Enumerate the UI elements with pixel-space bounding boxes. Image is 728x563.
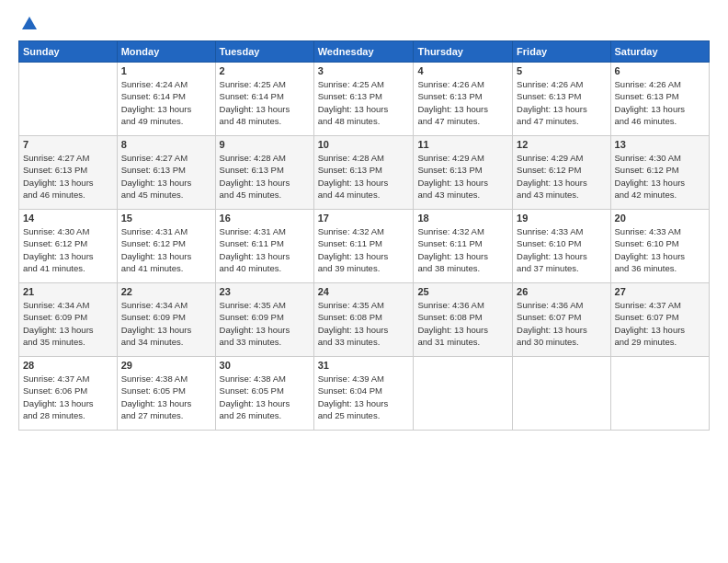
day-info: Sunrise: 4:38 AM Sunset: 6:05 PM Dayligh… [220,373,310,421]
day-info: Sunrise: 4:31 AM Sunset: 6:12 PM Dayligh… [121,225,211,274]
day-info: Sunrise: 4:30 AM Sunset: 6:12 PM Dayligh… [615,152,705,201]
day-number: 8 [121,139,211,150]
logo-icon [20,15,39,33]
day-number: 28 [23,360,113,371]
day-number: 30 [220,360,310,371]
day-number: 22 [121,286,211,297]
day-info: Sunrise: 4:37 AM Sunset: 6:07 PM Dayligh… [615,299,705,348]
calendar-cell: 12Sunrise: 4:29 AM Sunset: 6:12 PM Dayli… [513,136,610,210]
calendar-cell: 1Sunrise: 4:24 AM Sunset: 6:14 PM Daylig… [117,63,215,136]
day-info: Sunrise: 4:26 AM Sunset: 6:13 PM Dayligh… [517,78,606,127]
day-info: Sunrise: 4:26 AM Sunset: 6:13 PM Dayligh… [417,78,508,127]
day-info: Sunrise: 4:32 AM Sunset: 6:11 PM Dayligh… [417,225,508,274]
day-info: Sunrise: 4:25 AM Sunset: 6:14 PM Dayligh… [220,78,310,127]
day-info: Sunrise: 4:28 AM Sunset: 6:13 PM Dayligh… [318,152,410,201]
calendar-cell: 30Sunrise: 4:38 AM Sunset: 6:05 PM Dayli… [215,357,313,431]
calendar-cell: 20Sunrise: 4:33 AM Sunset: 6:10 PM Dayli… [610,210,709,283]
day-number: 11 [417,139,508,150]
calendar-cell: 25Sunrise: 4:36 AM Sunset: 6:08 PM Dayli… [414,283,513,357]
calendar-cell: 28Sunrise: 4:37 AM Sunset: 6:06 PM Dayli… [19,357,118,431]
calendar-cell: 11Sunrise: 4:29 AM Sunset: 6:13 PM Dayli… [414,136,513,210]
weekday-header-friday: Friday [513,41,610,63]
day-info: Sunrise: 4:36 AM Sunset: 6:07 PM Dayligh… [517,299,606,348]
day-info: Sunrise: 4:24 AM Sunset: 6:14 PM Dayligh… [121,78,211,127]
calendar-cell: 10Sunrise: 4:28 AM Sunset: 6:13 PM Dayli… [313,136,414,210]
weekday-header-saturday: Saturday [610,41,709,63]
calendar-week-row: 1Sunrise: 4:24 AM Sunset: 6:14 PM Daylig… [19,63,710,136]
day-number: 5 [517,65,606,76]
day-info: Sunrise: 4:35 AM Sunset: 6:09 PM Dayligh… [220,299,310,348]
day-info: Sunrise: 4:29 AM Sunset: 6:12 PM Dayligh… [517,152,606,201]
calendar-cell: 26Sunrise: 4:36 AM Sunset: 6:07 PM Dayli… [513,283,610,357]
day-number: 7 [23,139,113,150]
calendar-cell: 16Sunrise: 4:31 AM Sunset: 6:11 PM Dayli… [215,210,313,283]
logo [18,15,39,33]
calendar-page: SundayMondayTuesdayWednesdayThursdayFrid… [0,0,728,563]
calendar-week-row: 14Sunrise: 4:30 AM Sunset: 6:12 PM Dayli… [19,210,710,283]
day-number: 4 [417,65,508,76]
day-number: 6 [615,65,705,76]
day-number: 17 [318,213,410,224]
day-number: 23 [220,286,310,297]
day-number: 12 [517,139,606,150]
weekday-header-monday: Monday [117,41,215,63]
calendar-cell: 21Sunrise: 4:34 AM Sunset: 6:09 PM Dayli… [19,283,118,357]
weekday-header-thursday: Thursday [414,41,513,63]
calendar-cell: 14Sunrise: 4:30 AM Sunset: 6:12 PM Dayli… [19,210,118,283]
day-number: 31 [318,360,410,371]
calendar-week-row: 21Sunrise: 4:34 AM Sunset: 6:09 PM Dayli… [19,283,710,357]
day-number: 3 [318,65,410,76]
calendar-cell: 23Sunrise: 4:35 AM Sunset: 6:09 PM Dayli… [215,283,313,357]
calendar-cell: 22Sunrise: 4:34 AM Sunset: 6:09 PM Dayli… [117,283,215,357]
day-info: Sunrise: 4:27 AM Sunset: 6:13 PM Dayligh… [23,152,113,201]
day-info: Sunrise: 4:32 AM Sunset: 6:11 PM Dayligh… [318,225,410,274]
day-info: Sunrise: 4:34 AM Sunset: 6:09 PM Dayligh… [121,299,211,348]
calendar-week-row: 28Sunrise: 4:37 AM Sunset: 6:06 PM Dayli… [19,357,710,431]
day-number: 25 [417,286,508,297]
day-info: Sunrise: 4:30 AM Sunset: 6:12 PM Dayligh… [23,225,113,274]
day-info: Sunrise: 4:37 AM Sunset: 6:06 PM Dayligh… [23,373,113,421]
day-number: 16 [220,213,310,224]
calendar-cell [19,63,118,136]
day-number: 15 [121,213,211,224]
day-number: 24 [318,286,410,297]
day-number: 18 [417,213,508,224]
day-number: 29 [121,360,211,371]
calendar-cell: 24Sunrise: 4:35 AM Sunset: 6:08 PM Dayli… [313,283,414,357]
day-info: Sunrise: 4:25 AM Sunset: 6:13 PM Dayligh… [318,78,410,127]
page-header [18,15,710,33]
calendar-cell: 8Sunrise: 4:27 AM Sunset: 6:13 PM Daylig… [117,136,215,210]
day-info: Sunrise: 4:28 AM Sunset: 6:13 PM Dayligh… [220,152,310,201]
calendar-cell: 17Sunrise: 4:32 AM Sunset: 6:11 PM Dayli… [313,210,414,283]
calendar-cell [513,357,610,431]
day-number: 10 [318,139,410,150]
calendar-cell: 3Sunrise: 4:25 AM Sunset: 6:13 PM Daylig… [313,63,414,136]
calendar-cell: 15Sunrise: 4:31 AM Sunset: 6:12 PM Dayli… [117,210,215,283]
calendar-cell [414,357,513,431]
day-info: Sunrise: 4:31 AM Sunset: 6:11 PM Dayligh… [220,225,310,274]
calendar-cell: 6Sunrise: 4:26 AM Sunset: 6:13 PM Daylig… [610,63,709,136]
day-number: 2 [220,65,310,76]
day-info: Sunrise: 4:33 AM Sunset: 6:10 PM Dayligh… [517,225,606,274]
day-number: 20 [615,213,705,224]
day-number: 1 [121,65,211,76]
day-info: Sunrise: 4:34 AM Sunset: 6:09 PM Dayligh… [23,299,113,348]
day-info: Sunrise: 4:27 AM Sunset: 6:13 PM Dayligh… [121,152,211,201]
calendar-cell: 19Sunrise: 4:33 AM Sunset: 6:10 PM Dayli… [513,210,610,283]
day-number: 13 [615,139,705,150]
day-info: Sunrise: 4:26 AM Sunset: 6:13 PM Dayligh… [615,78,705,127]
day-number: 27 [615,286,705,297]
weekday-header-wednesday: Wednesday [313,41,414,63]
calendar-cell: 29Sunrise: 4:38 AM Sunset: 6:05 PM Dayli… [117,357,215,431]
day-info: Sunrise: 4:38 AM Sunset: 6:05 PM Dayligh… [121,373,211,421]
day-number: 26 [517,286,606,297]
calendar-cell: 27Sunrise: 4:37 AM Sunset: 6:07 PM Dayli… [610,283,709,357]
day-number: 14 [23,213,113,224]
calendar-cell: 13Sunrise: 4:30 AM Sunset: 6:12 PM Dayli… [610,136,709,210]
calendar-cell: 2Sunrise: 4:25 AM Sunset: 6:14 PM Daylig… [215,63,313,136]
svg-marker-0 [22,17,37,29]
calendar-week-row: 7Sunrise: 4:27 AM Sunset: 6:13 PM Daylig… [19,136,710,210]
calendar-cell: 9Sunrise: 4:28 AM Sunset: 6:13 PM Daylig… [215,136,313,210]
day-info: Sunrise: 4:36 AM Sunset: 6:08 PM Dayligh… [417,299,508,348]
day-info: Sunrise: 4:35 AM Sunset: 6:08 PM Dayligh… [318,299,410,348]
